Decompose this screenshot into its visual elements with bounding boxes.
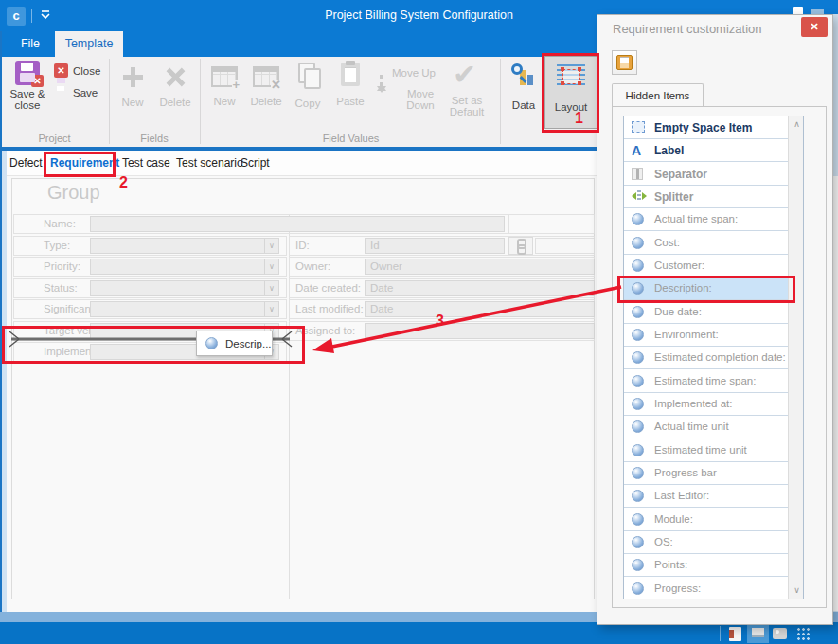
list-item-due-date[interactable]: Due date: [624, 301, 788, 324]
save-label: Save [73, 87, 98, 98]
values-delete-button[interactable]: ✕ Delete [246, 63, 286, 119]
fields-delete-button[interactable]: Delete [154, 61, 196, 117]
set-as-default-button[interactable]: Set as Default [441, 61, 492, 127]
move-up-button[interactable]: Move Up [375, 66, 441, 81]
close-label: Close [73, 65, 100, 77]
sphere-icon [632, 490, 644, 502]
list-item-customer[interactable]: Customer: [624, 255, 788, 277]
tab-defect[interactable]: Defect [9, 156, 43, 170]
field-label-type: Type: [44, 240, 70, 251]
sphere-icon [632, 351, 644, 364]
priority-combobox[interactable] [90, 259, 279, 275]
status-combobox[interactable] [90, 280, 279, 296]
divider [508, 214, 509, 234]
group-caption-fields: Fields [109, 132, 200, 145]
sphere-icon [632, 444, 644, 456]
tray-active-app-icon[interactable] [747, 624, 769, 643]
x-badge-icon: ✕ [31, 75, 44, 87]
sphere-icon [632, 259, 644, 272]
assigned-to-combobox[interactable] [365, 323, 595, 339]
tab-test-scenario[interactable]: Test scenario [176, 156, 243, 170]
type-combobox[interactable] [90, 238, 279, 254]
fields-new-button[interactable]: New [114, 61, 152, 117]
scroll-up-icon[interactable]: ∧ [789, 116, 804, 133]
list-item-actual-time-unit[interactable]: Actual time unit [624, 416, 788, 438]
list-item-separator[interactable]: Separator [624, 163, 788, 186]
id-input[interactable]: Id [365, 238, 505, 254]
list-item-os[interactable]: OS: [624, 531, 788, 554]
sphere-icon [632, 559, 644, 571]
list-item-empty-space[interactable]: Empty Space Item [624, 116, 788, 139]
list-item-environment[interactable]: Environment: [624, 324, 788, 347]
sphere-icon [632, 467, 644, 479]
list-item-actual-time-span[interactable]: Actual time span: [624, 208, 788, 231]
list-item-module[interactable]: Module: [624, 509, 788, 531]
field-label-date-created: Date created: [295, 282, 361, 294]
tray-network-icon[interactable] [796, 627, 811, 641]
chain-link-button[interactable] [508, 237, 533, 255]
fields-new-label: New [114, 97, 152, 108]
list-item-last-editor[interactable]: Last Editor: [624, 485, 788, 508]
id-placeholder: Id [366, 239, 504, 253]
delete-x-icon [163, 64, 187, 89]
panel-save-button[interactable] [612, 50, 637, 75]
save-and-close-button[interactable]: ✕ Save & close [6, 59, 49, 129]
chevron-down-icon[interactable] [264, 259, 278, 274]
tab-script[interactable]: Script [241, 156, 270, 170]
tab-test-case[interactable]: Test case [122, 156, 170, 170]
last-modified-placeholder: Date [366, 302, 594, 316]
group-caption-field-values: Field Values [200, 132, 502, 145]
plus-icon [120, 64, 145, 89]
list-item-implemented-at[interactable]: Implemented at: [624, 393, 788, 416]
list-item-estimated-completion-date[interactable]: Estimated completion date: [624, 347, 788, 369]
list-item-estimated-time-span[interactable]: Estimated time span: [624, 370, 788, 393]
owner-input[interactable]: Owner [365, 259, 595, 275]
list-item-progress-bar[interactable]: Progress bar [624, 462, 788, 485]
save-button[interactable]: Save [54, 85, 107, 102]
requirement-customization-panel: Requirement customization ✕ Hidden Items… [597, 14, 833, 625]
paste-label: Paste [330, 96, 371, 107]
values-new-button[interactable]: + New [205, 63, 244, 119]
last-modified-input[interactable]: Date [365, 301, 595, 317]
tab-template[interactable]: Template [55, 31, 123, 57]
field-label-priority: Priority: [44, 260, 80, 272]
owner-placeholder: Owner [366, 259, 594, 274]
tray-photos-icon[interactable] [773, 628, 787, 639]
chevron-down-icon[interactable] [264, 239, 278, 253]
group-title: Group [47, 182, 100, 204]
list-item-cost[interactable]: Cost: [624, 232, 788, 255]
save-close-icon: ✕ [15, 61, 40, 85]
list-item-progress[interactable]: Progress: [624, 578, 788, 599]
table-new-icon: + [211, 66, 238, 87]
set-default-label-line2: Default [441, 106, 492, 117]
data-button[interactable]: Data [505, 61, 543, 119]
list-item-points[interactable]: Points: [624, 554, 788, 577]
list-item-estimated-time-unit[interactable]: Estimated time unit [624, 439, 788, 462]
taskbar [0, 622, 838, 644]
field-label-id: ID: [295, 240, 310, 251]
list-scrollbar[interactable]: ∧ ∨ [788, 116, 804, 599]
panel-close-button[interactable]: ✕ [801, 17, 828, 37]
chevron-down-icon[interactable] [264, 302, 278, 316]
list-item-label[interactable]: Label [624, 139, 788, 162]
annotation-number-1: 1 [575, 110, 583, 127]
list-item-splitter[interactable]: Splitter [624, 186, 788, 208]
copy-button[interactable]: Copy [288, 61, 328, 117]
move-down-button[interactable]: Move Down [375, 87, 449, 102]
significance-combobox[interactable] [90, 301, 279, 317]
fields-delete-label: Delete [154, 97, 196, 108]
separator-icon [632, 168, 643, 180]
sphere-icon [632, 420, 644, 433]
annotation-box-requirement [44, 152, 116, 177]
paste-button[interactable]: Paste [330, 61, 371, 117]
tray-notification-icon[interactable] [729, 627, 741, 641]
chevron-down-icon[interactable] [264, 281, 278, 295]
sphere-icon [632, 237, 644, 249]
name-input[interactable] [90, 216, 505, 232]
tab-hidden-items[interactable]: Hidden Items [612, 83, 704, 107]
date-created-input[interactable]: Date [365, 280, 595, 296]
tab-file[interactable]: File [9, 31, 51, 57]
id-extra-field[interactable] [535, 238, 595, 254]
empty-space-icon [632, 121, 645, 133]
scroll-down-icon[interactable]: ∨ [789, 582, 804, 599]
